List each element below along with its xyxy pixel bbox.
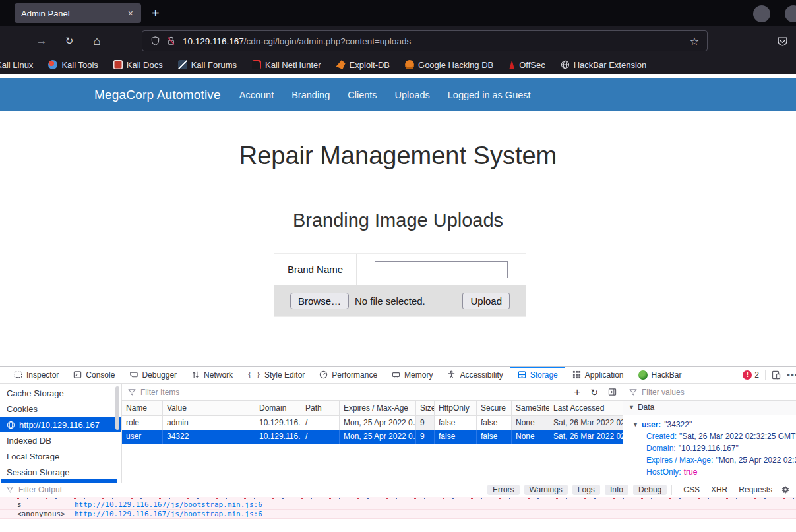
upload-button[interactable]: Upload bbox=[462, 293, 510, 309]
stack-frame-line[interactable]: <anonymous> http://10.129.116.167/js/boo… bbox=[0, 510, 796, 519]
warnings-filter-button[interactable]: Warnings bbox=[524, 485, 568, 495]
col-size[interactable]: Size bbox=[416, 401, 435, 415]
tree-root-user[interactable]: ▼ user "34322" bbox=[632, 419, 796, 430]
sidebar-item-session-storage[interactable]: Session Storage bbox=[0, 464, 121, 480]
nav-link-clients[interactable]: Clients bbox=[348, 90, 377, 100]
browse-button[interactable]: Browse… bbox=[290, 293, 349, 309]
add-item-icon[interactable]: + bbox=[574, 386, 580, 398]
refresh-items-icon[interactable]: ↻ bbox=[590, 387, 598, 398]
bookmark-offsec[interactable]: OffSec bbox=[508, 60, 545, 70]
site-brand[interactable]: MegaCorp Automotive bbox=[94, 88, 221, 102]
filter-values-input[interactable] bbox=[642, 388, 790, 397]
col-value[interactable]: Value bbox=[163, 401, 255, 415]
hackbar-icon bbox=[638, 370, 648, 380]
stack-frame-line[interactable]: s http://10.129.116.167/js/bootstrap.min… bbox=[0, 500, 796, 510]
tab-debugger[interactable]: Debugger bbox=[122, 367, 184, 383]
bookmark-hackbar-extension[interactable]: HackBar Extension bbox=[561, 60, 647, 70]
filter-output-input[interactable] bbox=[18, 485, 483, 494]
tab-inspector[interactable]: Inspector bbox=[7, 367, 66, 383]
col-name[interactable]: Name bbox=[122, 401, 163, 415]
sidebar-item-indexed-db[interactable]: Indexed DB bbox=[0, 432, 121, 448]
tab-memory[interactable]: Memory bbox=[384, 367, 440, 383]
performance-icon bbox=[319, 370, 328, 379]
data-section-header[interactable]: ▼ Data bbox=[623, 401, 796, 415]
nav-link-branding[interactable]: Branding bbox=[291, 90, 330, 100]
cookie-row-user[interactable]: user 34322 10.129.116.167 / Mon, 25 Apr … bbox=[122, 430, 623, 444]
shield-icon[interactable] bbox=[150, 36, 160, 46]
col-domain[interactable]: Domain bbox=[255, 401, 301, 415]
kali-forums-icon bbox=[178, 60, 187, 69]
requests-filter-button[interactable]: Requests bbox=[739, 485, 772, 494]
xhr-filter-button[interactable]: XHR bbox=[711, 485, 727, 494]
storage-panel: Cache Storage Cookies http://10.129.116.… bbox=[0, 384, 796, 483]
bookmark-exploit-db[interactable]: Exploit-DB bbox=[336, 60, 390, 70]
css-filter-button[interactable]: CSS bbox=[683, 485, 700, 494]
sidebar-item-cookie-host[interactable]: http://10.129.116.167 bbox=[0, 417, 121, 432]
col-expires[interactable]: Expires / Max-Age bbox=[340, 401, 416, 415]
cookie-row-role[interactable]: role admin 10.129.116.167 / Mon, 25 Apr … bbox=[122, 416, 623, 430]
info-filter-button[interactable]: Info bbox=[605, 485, 628, 495]
sidebar-item-cookies[interactable]: Cookies bbox=[0, 401, 121, 417]
new-tab-button[interactable]: + bbox=[152, 6, 160, 21]
tab-network[interactable]: Network bbox=[184, 367, 240, 383]
nav-link-account[interactable]: Account bbox=[239, 90, 274, 100]
col-httponly[interactable]: HttpOnly bbox=[435, 401, 477, 415]
bookmark-kali-linux[interactable]: Kali Linux bbox=[0, 60, 33, 70]
tab-storage[interactable]: Storage bbox=[510, 367, 565, 383]
file-status-text: No file selected. bbox=[355, 295, 425, 307]
tab-application[interactable]: Application bbox=[565, 367, 631, 383]
logs-filter-button[interactable]: Logs bbox=[572, 485, 600, 495]
source-link[interactable]: http://10.129.116.167/js/bootstrap.min.j… bbox=[75, 510, 262, 518]
window-control-button[interactable] bbox=[785, 5, 796, 22]
window-control-button[interactable] bbox=[753, 5, 770, 22]
bookmark-google-hacking-db[interactable]: Google Hacking DB bbox=[405, 60, 493, 70]
error-count[interactable]: ! 2 bbox=[743, 370, 759, 380]
sidebar-scrollbar[interactable] bbox=[115, 386, 119, 430]
bookmark-kali-nethunter[interactable]: Kali NetHunter bbox=[252, 60, 321, 70]
brand-name-input[interactable] bbox=[375, 261, 508, 278]
bookmark-kali-forums[interactable]: Kali Forums bbox=[178, 60, 237, 70]
tab-style-editor[interactable]: { } Style Editor bbox=[240, 367, 312, 383]
url-text[interactable]: 10.129.116.167/cdn-cgi/login/admin.php?c… bbox=[183, 36, 690, 46]
tab-accessibility[interactable]: Accessibility bbox=[440, 367, 510, 383]
url-bar[interactable]: 10.129.116.167/cdn-cgi/login/admin.php?c… bbox=[142, 30, 708, 51]
brand-name-label: Brand Name bbox=[274, 254, 357, 285]
col-samesite[interactable]: SameSite bbox=[512, 401, 549, 415]
col-secure[interactable]: Secure bbox=[477, 401, 512, 415]
tab-console[interactable]: Console bbox=[66, 367, 122, 383]
file-upload-row: Browse… No file selected. Upload bbox=[274, 285, 526, 316]
errors-filter-button[interactable]: Errors bbox=[487, 485, 520, 495]
bookmark-star-icon[interactable]: ☆ bbox=[690, 35, 699, 47]
col-last-accessed[interactable]: Last Accessed bbox=[549, 401, 623, 415]
responsive-mode-icon[interactable] bbox=[772, 370, 781, 380]
log-level-buttons: Errors Warnings Logs Info Debug bbox=[487, 485, 667, 495]
home-icon[interactable]: ⌂ bbox=[87, 26, 107, 55]
bookmark-kali-docs[interactable]: Kali Docs bbox=[113, 60, 163, 70]
close-tab-icon[interactable]: × bbox=[127, 8, 135, 18]
reload-icon[interactable]: ↻ bbox=[59, 26, 79, 55]
console-settings-gear-icon[interactable] bbox=[781, 485, 790, 494]
insecure-lock-icon[interactable] bbox=[166, 36, 176, 46]
pocket-icon[interactable] bbox=[777, 26, 788, 55]
accessibility-icon bbox=[447, 370, 456, 379]
bookmark-kali-tools[interactable]: Kali Tools bbox=[48, 60, 98, 70]
tab-performance[interactable]: Performance bbox=[312, 367, 384, 383]
nav-link-uploads[interactable]: Uploads bbox=[395, 90, 430, 100]
devtools-menu-icon[interactable]: ••• bbox=[787, 370, 796, 380]
sidebar-item-cache-storage[interactable]: Cache Storage bbox=[0, 385, 121, 401]
debug-filter-button[interactable]: Debug bbox=[633, 485, 667, 495]
browser-tab[interactable]: Admin Panel × bbox=[15, 3, 141, 23]
source-link[interactable]: http://10.129.116.167/js/bootstrap.min.j… bbox=[75, 500, 262, 509]
col-path[interactable]: Path bbox=[301, 401, 340, 415]
toggle-sidebar-icon[interactable] bbox=[608, 388, 617, 396]
nav-link-logged-in[interactable]: Logged in as Guest bbox=[448, 90, 531, 100]
cookie-table: Name Value Domain Path Expires / Max-Age… bbox=[122, 401, 623, 444]
storage-sidebar: Cache Storage Cookies http://10.129.116.… bbox=[0, 384, 122, 483]
tab-hackbar[interactable]: HackBar bbox=[631, 367, 689, 383]
filter-items-input[interactable] bbox=[140, 388, 569, 397]
offsec-icon bbox=[508, 60, 515, 69]
forward-icon[interactable]: → bbox=[32, 26, 51, 55]
memory-icon bbox=[392, 370, 400, 379]
style-editor-icon: { } bbox=[247, 370, 260, 379]
sidebar-item-local-storage[interactable]: Local Storage bbox=[0, 448, 121, 464]
